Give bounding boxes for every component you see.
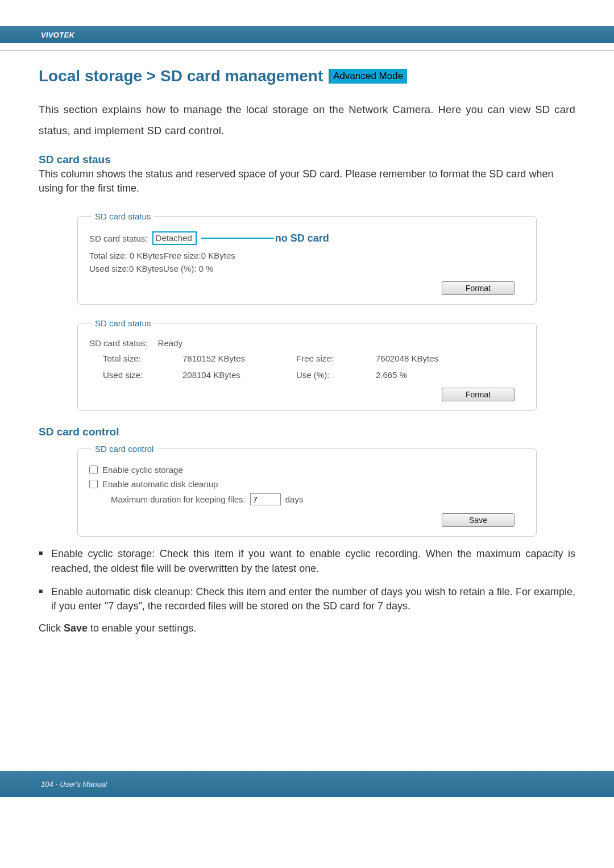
- status-usedpct-1: Used size:0 KBytesUse (%): 0 %: [89, 264, 525, 273]
- sdcard-status-fieldset-2: SD card status SD card status: Ready Tot…: [77, 318, 537, 411]
- cleanup-checkbox[interactable]: [89, 480, 98, 488]
- footer-bar: 104 - User's Manual: [0, 771, 614, 797]
- format-button-2[interactable]: Format: [442, 388, 515, 401]
- sdcard-control-legend: SD card control: [92, 444, 157, 454]
- page-title: Local storage > SD card management: [39, 67, 323, 85]
- cyclic-checkbox[interactable]: [89, 466, 98, 474]
- format-row-2: Format: [89, 388, 525, 401]
- sdcard-status-heading: SD card staus: [39, 153, 575, 166]
- save-bold: Save: [64, 622, 88, 634]
- sdcard-status-panel-detached: SD card status SD card status: Detached …: [77, 211, 537, 305]
- pct-label: Use (%):: [296, 370, 376, 380]
- sdcard-status-legend-2: SD card status: [92, 318, 154, 328]
- total-label: Total size:: [103, 354, 182, 363]
- save-instruction: Click Save to enable your settings.: [39, 622, 575, 634]
- brand-text: VIVOTEK: [41, 31, 74, 39]
- content-area: Local storage > SD card management Advan…: [0, 51, 614, 634]
- total-value: 7810152 KBytes: [182, 354, 296, 363]
- status-grid: Total size: 7810152 KBytes Free size: 76…: [89, 354, 525, 380]
- save-button[interactable]: Save: [442, 513, 515, 527]
- format-button-1[interactable]: Format: [442, 281, 515, 295]
- save-suffix: to enable your settings.: [88, 622, 196, 634]
- format-row-1: Format: [89, 281, 525, 295]
- header-bar: VIVOTEK: [0, 26, 614, 43]
- status-value-2: Ready: [158, 338, 182, 348]
- status-row-1: SD card status: Detached no SD card: [89, 231, 525, 245]
- status-value-1: Detached: [152, 231, 197, 245]
- sdcard-control-heading: SD card control: [39, 426, 575, 438]
- save-prefix: Click: [39, 622, 64, 634]
- free-label: Free size:: [296, 354, 376, 363]
- cyclic-label: Enable cyclic storage: [102, 465, 183, 475]
- cleanup-label: Enable automatic disk cleanup: [102, 479, 218, 489]
- bullet-cyclic: Enable cyclic storage: Check this item i…: [39, 547, 575, 575]
- cyclic-row: Enable cyclic storage: [89, 465, 525, 475]
- status-totalfree-1: Total size: 0 KBytesFree size:0 KBytes: [89, 251, 525, 260]
- intro-text: This section explains how to manage the …: [39, 99, 575, 141]
- callout-connector: [201, 238, 274, 239]
- bullet-cleanup: Enable automatic disk cleanup: Check thi…: [39, 585, 575, 613]
- status-label-2: SD card status:: [89, 338, 148, 348]
- footer-area: 104 - User's Manual: [0, 771, 614, 797]
- sdcard-status-fieldset-1: SD card status SD card status: Detached …: [77, 211, 537, 305]
- page: VIVOTEK Local storage > SD card manageme…: [0, 26, 614, 797]
- cleanup-row: Enable automatic disk cleanup: [89, 479, 525, 489]
- used-label: Used size:: [103, 370, 182, 380]
- sdcard-control-panel: SD card control Enable cyclic storage En…: [77, 444, 537, 537]
- bullet-list: Enable cyclic storage: Check this item i…: [39, 547, 575, 613]
- pct-value: 2.665 %: [376, 370, 478, 380]
- used-value: 208104 KBytes: [182, 370, 296, 380]
- duration-label: Maximum duration for keeping files:: [111, 495, 246, 504]
- status-label-1: SD card status:: [89, 234, 148, 243]
- sdcard-status-legend-1: SD card status: [92, 211, 154, 221]
- save-row: Save: [89, 513, 525, 527]
- sdcard-control-fieldset: SD card control Enable cyclic storage En…: [77, 444, 537, 537]
- free-value: 7602048 KBytes: [376, 354, 478, 363]
- sdcard-status-panel-ready: SD card status SD card status: Ready Tot…: [77, 318, 537, 411]
- status-row-2: SD card status: Ready: [89, 338, 525, 348]
- duration-unit: days: [285, 495, 304, 504]
- page-number: 104 - User's Manual: [41, 780, 107, 788]
- sdcard-status-desc: This column shows the status and reserve…: [39, 167, 575, 196]
- no-sd-card-label: no SD card: [275, 232, 329, 244]
- title-row: Local storage > SD card management Advan…: [39, 67, 575, 85]
- duration-row: Maximum duration for keeping files: days: [111, 493, 525, 505]
- duration-input[interactable]: [250, 493, 281, 505]
- mode-badge: Advanced Mode: [329, 69, 407, 84]
